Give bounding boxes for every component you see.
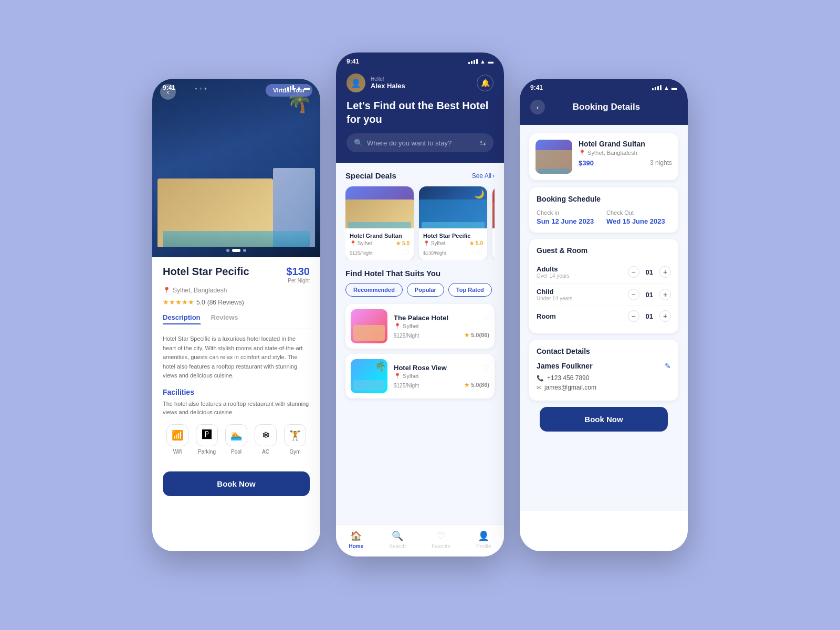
booking-hotel-name: Hotel Grand Sultan — [579, 140, 672, 148]
hero-tagline: Let's Find out the Best Hotel for you — [346, 99, 494, 126]
deal-card-2[interactable]: 🌙 Hotel Star Pecific 📍 Sylhet ★ 5.0 $130… — [419, 186, 487, 260]
status-icons-right: ▲ ▬ — [652, 85, 677, 91]
nav-search[interactable]: 🔍 Search — [389, 530, 406, 549]
profile-nav-label: Profile — [476, 543, 491, 549]
filter-top-rated[interactable]: Top Rated — [448, 283, 492, 297]
hotel-list-price-1: $125/Night — [394, 332, 419, 339]
hotel-list-info-1: The Palace Hotel ♡ 📍 Sylhet $125/Night ★… — [394, 314, 489, 339]
checkin-label: Check in — [537, 209, 601, 216]
filter-popular[interactable]: Popular — [407, 283, 444, 297]
booking-schedule-title: Booking Schedule — [537, 195, 671, 203]
nav-home[interactable]: 🏠 Home — [349, 530, 364, 549]
amenity-gym-label: Gym — [289, 449, 300, 455]
filter-recommended[interactable]: Recommended — [345, 283, 403, 297]
wifi-status-icon: ▲ — [480, 58, 486, 65]
amenity-gym: 🏋 Gym — [284, 424, 306, 455]
checkout-label: Check Out — [606, 209, 671, 216]
hotel-details-section: Hotel Star Pecific $130 Per Night 📍 Sylh… — [152, 257, 320, 471]
notification-button[interactable]: 🔔 — [477, 75, 494, 91]
adults-sublabel: Over 14 years — [537, 273, 570, 279]
deal-card-3[interactable]: Hotel G 📍 Sylhet $125/Ni... — [492, 186, 495, 260]
contact-phone-row: 📞 +123 456 7890 — [537, 374, 671, 382]
checkin-item: Check in Sun 12 June 2023 — [537, 209, 601, 225]
signal-icon-right — [652, 85, 662, 90]
book-now-button-right[interactable]: Book Now — [540, 407, 668, 432]
deal-rating-1: ★ 5.0 — [396, 240, 410, 246]
home-nav-label: Home — [349, 543, 364, 549]
contact-details-title: Contact Details — [537, 347, 671, 355]
hotel-name-left: Hotel Star Pecific — [163, 266, 249, 278]
adults-decrease[interactable]: − — [628, 266, 639, 278]
time-center: 9:41 — [346, 58, 359, 65]
amenity-wifi-label: Wifi — [173, 449, 182, 455]
nav-profile[interactable]: 👤 Profile — [476, 530, 491, 549]
room-decrease[interactable]: − — [628, 310, 639, 322]
status-bar-center: 9:41 ▲ ▬ — [336, 52, 504, 68]
booking-page-title: Booking Details — [550, 102, 663, 112]
tab-reviews[interactable]: Reviews — [211, 313, 238, 324]
filter-icon[interactable]: ⇆ — [480, 139, 486, 147]
ac-icon: ❄ — [255, 424, 277, 446]
back-button-right[interactable]: ‹ — [530, 100, 545, 114]
contact-email-row: ✉ james@gmail.com — [537, 384, 671, 391]
dot-3 — [243, 249, 246, 252]
facilities-title: Facilities — [163, 388, 310, 396]
greeting-small: Hello! — [371, 76, 405, 82]
see-all-button[interactable]: See All › — [472, 172, 495, 180]
child-row: Child Under 14 years − 01 + — [537, 284, 671, 306]
hotel-location-text: Sylhet, Bangladesh — [173, 287, 227, 294]
search-icon: 🔍 — [354, 139, 363, 147]
guest-room-title: Guest & Room — [537, 246, 671, 255]
booking-hotel-price: $390 — [579, 159, 594, 167]
hotel-list-rating-1: ★ 5.0(86) — [464, 332, 489, 339]
room-increase[interactable]: + — [659, 310, 671, 322]
room-value: 01 — [646, 312, 653, 320]
adults-value: 01 — [646, 268, 653, 276]
booking-body: Hotel Grand Sultan 📍 Sylhet, Bangladesh … — [520, 125, 688, 511]
star-rating-icons: ★★★★★ — [163, 298, 194, 306]
favorite-nav-icon: ♡ — [437, 530, 445, 542]
moon-icon: 🌙 — [474, 189, 485, 199]
child-counter: − 01 + — [628, 289, 671, 300]
deal-card-1[interactable]: Hotel Grand Sultan 📍 Sylhet ★ 5.0 $125/N… — [345, 186, 414, 260]
deal-favorite-2[interactable]: ♡ — [477, 248, 483, 256]
deal-price-1: $125/Night — [350, 249, 373, 256]
deal-card-image-1 — [345, 186, 414, 228]
child-sublabel: Under 14 years — [537, 296, 572, 301]
special-deals-title: Special Deals — [345, 171, 396, 180]
search-nav-label: Search — [389, 543, 406, 549]
amenity-wifi: 📶 Wifi — [166, 424, 188, 455]
phone-icon: 📞 — [537, 375, 544, 382]
contact-phone: +123 456 7890 — [547, 374, 589, 382]
child-increase[interactable]: + — [659, 289, 671, 300]
nav-favorite[interactable]: ♡ Favorite — [432, 530, 450, 549]
edit-contact-icon[interactable]: ✎ — [665, 362, 671, 370]
deal-card-image-3 — [492, 186, 495, 228]
hotel-list-name-2: Hotel Rose View — [394, 364, 447, 372]
hotel-list-image-1 — [351, 309, 387, 343]
hotel-list-favorite-2[interactable]: ♡ — [483, 364, 489, 372]
palm-icon: 🌴 — [374, 361, 386, 372]
adults-row: Adults Over 14 years − 01 + — [537, 261, 671, 284]
child-decrease[interactable]: − — [628, 289, 639, 300]
hotel-list-favorite-1[interactable]: ♡ — [483, 314, 489, 322]
furniture-decoration — [353, 325, 385, 341]
hotel-list-location-2: 📍 Sylhet — [394, 373, 489, 380]
search-bar[interactable]: 🔍 Where do you want to stay? ⇆ — [346, 133, 494, 152]
email-icon: ✉ — [537, 384, 541, 391]
hotel-list-info-2: Hotel Rose View ♡ 📍 Sylhet $125/Night ★ … — [394, 364, 489, 389]
hotel-list-image-2: 🌴 — [351, 359, 387, 393]
adults-increase[interactable]: + — [659, 266, 671, 278]
hotel-list-item-2[interactable]: 🌴 Hotel Rose View ♡ 📍 Sylhet $125/Night … — [345, 354, 495, 398]
facilities-description: The hotel also features a rooftop restau… — [163, 400, 310, 417]
booking-hotel-card: Hotel Grand Sultan 📍 Sylhet, Bangladesh … — [529, 133, 678, 180]
book-now-button-left[interactable]: Book Now — [163, 471, 310, 496]
hotel-list-item-1[interactable]: The Palace Hotel ♡ 📍 Sylhet $125/Night ★… — [345, 304, 495, 349]
rating-value: 5.0 — [196, 299, 205, 306]
tab-description[interactable]: Description — [163, 313, 201, 324]
profile-nav-icon: 👤 — [478, 530, 489, 542]
deal-favorite-1[interactable]: ♡ — [403, 248, 410, 256]
center-top-section: 👤 Hello! Alex Hales 🔔 Let's Find out the… — [336, 68, 504, 163]
contact-name: James Foulkner — [537, 362, 593, 370]
amenity-ac-label: AC — [262, 449, 269, 455]
